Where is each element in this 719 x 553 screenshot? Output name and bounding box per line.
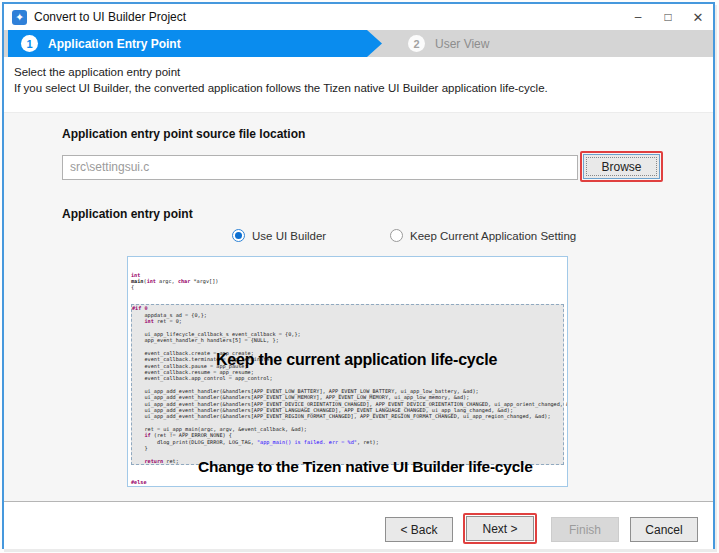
- wizard-content: Application entry point source file loca…: [4, 112, 713, 501]
- close-icon[interactable]: ✕: [683, 4, 713, 30]
- radio-option-use-ui-builder[interactable]: Use UI Builder: [232, 229, 326, 242]
- window-controls: – □ ✕: [623, 4, 713, 30]
- back-button[interactable]: < Back: [385, 517, 453, 542]
- source-file-path-input[interactable]: src\settingsui.c: [62, 155, 578, 180]
- annotation-change-lifecycle: Change to the Tizen native UI Builder li…: [198, 458, 533, 476]
- annotation-keep-lifecycle: Keep the current application life-cycle: [216, 351, 497, 369]
- step-user-view: 2 User View: [408, 30, 489, 57]
- radio-option-keep-current-setting[interactable]: Keep Current Application Setting: [390, 229, 576, 242]
- browse-button[interactable]: Browse: [583, 154, 660, 179]
- tizen-app-icon: ✦: [12, 10, 27, 25]
- code-preview-pane: int main(int argc, char *argv[]) { #if 0…: [127, 256, 568, 487]
- use-ui-builder-radio-icon[interactable]: [232, 229, 245, 242]
- cancel-button[interactable]: Cancel: [630, 517, 698, 542]
- keep-current-setting-radio-icon[interactable]: [390, 229, 403, 242]
- step-2-number-badge: 2: [408, 35, 425, 52]
- finish-button[interactable]: Finish: [551, 517, 619, 542]
- step-2-label: User View: [435, 37, 489, 51]
- step-1-number-badge: 1: [21, 35, 38, 52]
- next-button-highlight: Next >: [463, 513, 537, 544]
- next-button[interactable]: Next >: [466, 516, 534, 541]
- use-ui-builder-label: Use UI Builder: [252, 230, 326, 242]
- convert-dialog-window: ✦ Convert to UI Builder Project – □ ✕ 1 …: [2, 2, 715, 549]
- step-1-label: Application Entry Point: [48, 37, 181, 51]
- description-line-2: If you select UI Builder, the converted …: [14, 80, 703, 96]
- step-application-entry-point: 1 Application Entry Point: [8, 30, 382, 57]
- minimize-icon[interactable]: –: [623, 4, 653, 30]
- keep-current-setting-label: Keep Current Application Setting: [410, 230, 576, 242]
- footer-button-bar: < Back Next > Finish Cancel: [4, 501, 713, 549]
- application-entry-point-label: Application entry point: [62, 207, 193, 221]
- browse-button-highlight: Browse: [580, 151, 663, 182]
- maximize-icon[interactable]: □: [653, 4, 683, 30]
- code-region-main-head: int main(int argc, char *argv[]) {: [131, 272, 567, 291]
- code-region-else-line: #else: [131, 479, 567, 485]
- description-line-1: Select the application entry point: [14, 64, 703, 80]
- wizard-step-bar: 1 Application Entry Point 2 User View: [4, 30, 713, 57]
- code-region-if0-block: #if 0 appdata_s ad = {0,}; int ret = 0; …: [131, 304, 564, 465]
- wizard-description: Select the application entry point If yo…: [4, 57, 713, 112]
- window-title: Convert to UI Builder Project: [34, 10, 186, 24]
- source-file-location-label: Application entry point source file loca…: [62, 127, 305, 141]
- title-bar: ✦ Convert to UI Builder Project – □ ✕: [4, 4, 713, 30]
